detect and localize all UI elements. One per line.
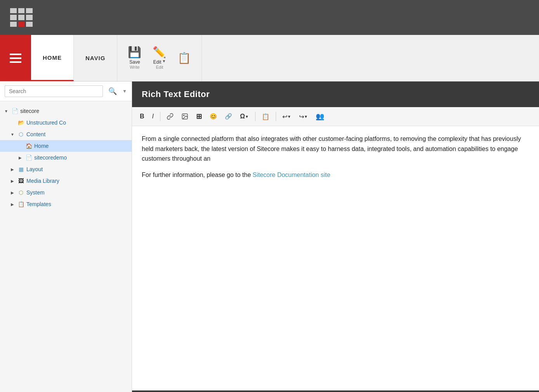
rte-find-button[interactable]: 👥 — [313, 110, 327, 123]
tree-item-templates[interactable]: ▶ 📋 Templates — [0, 198, 132, 210]
folder-icon: 📂 — [17, 119, 25, 127]
logo-cell — [10, 22, 17, 27]
rte-insert-link-button[interactable] — [163, 111, 177, 122]
save-icon: 💾 — [128, 47, 141, 58]
edit-button[interactable]: ✏️ Edit ▼ Edit — [148, 44, 171, 73]
rte-paragraph-2: For further information, please go to th… — [142, 170, 529, 180]
rte-undo-button[interactable]: ↩ ▼ — [279, 111, 294, 122]
tree-toggle-system[interactable]: ▶ — [9, 189, 16, 196]
logo-cell — [10, 8, 17, 13]
top-bar — [0, 0, 539, 35]
rte-paste-button[interactable]: 📋 — [259, 111, 273, 122]
rte-media-button[interactable]: 😊 — [207, 111, 220, 122]
templates-icon: 📋 — [17, 200, 25, 208]
ribbon-menu-button[interactable] — [0, 35, 31, 81]
tree-item-layout[interactable]: ▶ ▦ Layout — [0, 163, 132, 175]
rte-toolbar: B I ⊞ 😊 🔗 Ω ▼ 📋 ↩ ▼ ↪ ▼ 👥 — [132, 107, 539, 126]
rte-separator-2 — [255, 112, 256, 121]
tree-label-templates: Templates — [26, 201, 51, 207]
rte-general-link-button[interactable]: 🔗 — [222, 111, 235, 122]
rte-separator-1 — [160, 112, 160, 121]
tree-label-system: System — [26, 189, 45, 196]
app-logo — [8, 6, 35, 29]
ribbon-save-section: 💾 Save Write ✏️ Edit ▼ Edit 📋 — [117, 35, 202, 81]
tree-toggle-content[interactable]: ▼ — [9, 131, 16, 137]
tree-label-home: Home — [34, 143, 49, 149]
logo-cell — [18, 8, 25, 13]
logo-cell — [10, 15, 17, 20]
hamburger-line — [10, 61, 21, 63]
tab-navigate[interactable]: NAVIG — [74, 35, 117, 81]
main-layout: 🔍 ▼ ▼ 📄 sitecore ▶ 📂 Unstructured Co ▼ ⬡… — [0, 82, 539, 392]
media-icon: 🖼 — [17, 177, 25, 185]
tree-item-home[interactable]: ▶ 🏠 Home — [0, 140, 132, 152]
logo-cell — [26, 22, 33, 27]
hamburger-line — [10, 57, 21, 59]
hamburger-line — [10, 54, 21, 55]
rte-insert-table-button[interactable]: ⊞ — [193, 110, 205, 123]
tab-home[interactable]: HOME — [31, 35, 74, 81]
rte-redo-button[interactable]: ↪ ▼ — [296, 111, 311, 122]
rte-separator-3 — [276, 112, 276, 121]
svg-point-1 — [183, 115, 184, 116]
search-input[interactable] — [5, 85, 103, 97]
logo-cell — [26, 15, 33, 20]
save-label: Save — [129, 59, 140, 65]
tree-toggle-sitecoredemo[interactable]: ▶ — [17, 154, 23, 161]
page-icon-2: 📄 — [25, 154, 33, 161]
edit-dropdown-arrow: ▼ — [162, 59, 166, 63]
tree-item-unstructured[interactable]: ▶ 📂 Unstructured Co — [0, 117, 132, 128]
tree-toggle-layout[interactable]: ▶ — [9, 166, 16, 172]
hamburger-icon — [10, 54, 21, 63]
system-icon: ⬡ — [17, 189, 25, 196]
rte-header: Rich Text Editor — [132, 82, 539, 107]
tree-item-media-library[interactable]: ▶ 🖼 Media Library — [0, 175, 132, 187]
logo-cell-red — [18, 22, 25, 27]
logo-cell — [26, 8, 33, 13]
nodes-icon: ⬡ — [17, 130, 25, 138]
rte-special-chars-button[interactable]: Ω ▼ — [237, 111, 252, 122]
tree-toggle-templates[interactable]: ▶ — [9, 201, 16, 207]
copy-button[interactable]: 📋 — [173, 50, 196, 67]
rte-paragraph-1: From a single connected platform that al… — [142, 134, 529, 164]
rte-editor-content[interactable]: From a single connected platform that al… — [132, 126, 539, 390]
rte-bold-button[interactable]: B — [137, 111, 148, 122]
tree-label-media: Media Library — [26, 178, 59, 184]
save-button[interactable]: 💾 Save Write — [123, 44, 146, 73]
tree-item-system[interactable]: ▶ ⬡ System — [0, 187, 132, 198]
tree-toggle-media[interactable]: ▶ — [9, 178, 16, 184]
tree-item-content[interactable]: ▼ ⬡ Content — [0, 128, 132, 140]
ribbon: HOME NAVIG 💾 Save Write ✏️ Edit ▼ Edit 📋 — [0, 35, 539, 82]
write-label: Write — [130, 65, 139, 69]
rte-container: Rich Text Editor B I ⊞ 😊 🔗 Ω ▼ 📋 — [132, 82, 539, 392]
edit-sublabel: Edit — [156, 65, 163, 69]
search-button[interactable]: 🔍 — [106, 86, 119, 96]
content-tree: ▼ 📄 sitecore ▶ 📂 Unstructured Co ▼ ⬡ Con… — [0, 101, 132, 392]
edit-label: Edit — [153, 59, 162, 65]
tree-item-sitecore[interactable]: ▼ 📄 sitecore — [0, 105, 132, 117]
edit-icon: ✏️ — [153, 47, 166, 58]
home-icon: 🏠 — [25, 142, 33, 150]
tree-label-sitecore: sitecore — [20, 108, 39, 114]
rte-insert-image-button[interactable] — [178, 111, 191, 122]
logo-cell — [18, 15, 25, 20]
copy-icon: 📋 — [177, 53, 191, 64]
tree-label-content: Content — [26, 131, 45, 137]
rte-title: Rich Text Editor — [142, 89, 210, 99]
search-bar: 🔍 ▼ — [0, 82, 132, 101]
sidebar: 🔍 ▼ ▼ 📄 sitecore ▶ 📂 Unstructured Co ▼ ⬡… — [0, 82, 132, 392]
search-dropdown-arrow[interactable]: ▼ — [122, 88, 127, 94]
rte-italic-button[interactable]: I — [149, 111, 157, 122]
tree-label-sitecoredemo: sitecoredemo — [34, 154, 67, 161]
rte-documentation-link[interactable]: Sitecore Documentation site — [252, 172, 330, 178]
tree-item-sitecoredemo[interactable]: ▶ 📄 sitecoredemo — [0, 152, 132, 163]
page-icon: 📄 — [11, 107, 19, 115]
layout-icon: ▦ — [17, 165, 25, 173]
tree-label-unstructured: Unstructured Co — [26, 120, 66, 126]
tree-toggle-sitecore[interactable]: ▼ — [3, 108, 9, 114]
tree-label-layout: Layout — [26, 166, 43, 172]
rte-body: B I ⊞ 😊 🔗 Ω ▼ 📋 ↩ ▼ ↪ ▼ 👥 — [132, 107, 539, 390]
